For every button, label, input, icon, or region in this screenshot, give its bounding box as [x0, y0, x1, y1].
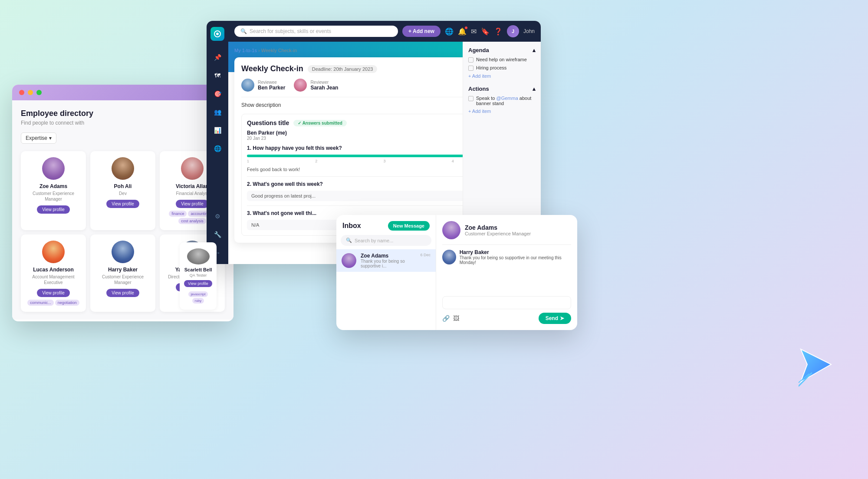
actions-section: Actions ▴ Speak to @Gemma about banner s…: [468, 86, 536, 114]
action-item-label-1: Speak to @Gemma about banner stand: [476, 96, 536, 106]
view-profile-victoria[interactable]: View profile: [176, 200, 209, 208]
view-profile-zoe[interactable]: View profile: [37, 205, 70, 214]
view-profile-harry[interactable]: View profile: [106, 289, 139, 297]
user-avatar[interactable]: J: [507, 25, 519, 37]
svg-point-1: [216, 33, 219, 35]
send-button[interactable]: Send ➤: [539, 313, 571, 324]
second-contact-row: Harry Baker Thank you for being so suppo…: [442, 249, 571, 265]
link-icon[interactable]: 🔗: [442, 315, 450, 322]
inbox-header: Inbox New Message: [336, 215, 436, 235]
directory-title: Employee directory: [21, 109, 225, 118]
directory-controls: Expertise ▾ 🔍: [21, 132, 225, 144]
questions-title: Questions title: [247, 119, 289, 126]
new-message-button[interactable]: New Message: [388, 221, 430, 231]
maximize-button[interactable]: [36, 90, 42, 95]
msg-contact-header: Zoe Adams Customer Experience Manager: [442, 221, 571, 239]
contact-role: Customer Experience Manager: [465, 231, 531, 236]
sidebar-icon-tools[interactable]: 🔧: [212, 229, 223, 240]
sidebar-icon-settings[interactable]: ⚙: [212, 211, 223, 221]
emp-name-victoria: Victoria Allan: [176, 183, 209, 189]
message-divider: [442, 244, 571, 245]
avatar-harry: [112, 241, 134, 263]
expertise-label: Expertise: [26, 135, 47, 141]
directory-subtitle: Find people to connect with: [21, 120, 225, 126]
close-button[interactable]: [19, 90, 24, 95]
sidebar-icon-pin[interactable]: 📌: [212, 52, 223, 63]
expertise-filter[interactable]: Expertise ▾: [21, 132, 56, 144]
send-arrow-icon: ➤: [560, 315, 564, 321]
notification-badge: [464, 26, 468, 30]
bookmark-icon[interactable]: 🔖: [481, 27, 490, 36]
search-bar[interactable]: 🔍 Search for subjects, skills or events: [234, 26, 398, 37]
msg-date-zoe: 6 Dec: [420, 253, 431, 257]
agenda-header: Agenda ▴: [468, 47, 536, 53]
agenda-item-label-1: Need help on wireframe: [476, 57, 527, 62]
search-icon: 🔍: [346, 238, 352, 243]
sidebar-icon-map[interactable]: 🗺: [212, 70, 223, 81]
action-checkbox-1[interactable]: [468, 96, 473, 101]
view-profile-scarlett[interactable]: View profile: [184, 280, 212, 287]
sidebar-icon-chart[interactable]: 📊: [212, 125, 223, 135]
sidebar-icon-target[interactable]: 🎯: [212, 89, 223, 99]
reviewee-avatar: [241, 79, 254, 92]
app-logo: [210, 27, 224, 41]
breadcrumb-parent[interactable]: My 1-to-1s: [234, 48, 257, 53]
avatar-victoria: [181, 157, 204, 180]
show-description-label[interactable]: Show description: [241, 102, 281, 108]
agenda-title: Agenda: [468, 47, 489, 53]
sidebar-icon-hierarchy[interactable]: 🌐: [212, 143, 223, 154]
employee-card-lucas: Lucas Anderson Account Management Execut…: [21, 235, 86, 312]
sidebar-icon-people[interactable]: 👥: [212, 107, 223, 117]
add-agenda-item[interactable]: + Add item: [468, 73, 536, 79]
notification-bell[interactable]: 🔔: [458, 27, 467, 36]
reviewee-info: Reviewee Ben Parker: [258, 80, 285, 91]
employee-card-poh: Poh Ali Dev View profile: [90, 151, 155, 230]
avatar-poh: [112, 157, 134, 180]
contact-name: Zoe Adams: [465, 224, 531, 231]
globe-icon[interactable]: 🌐: [445, 27, 454, 36]
scarlett-tags: javascript ruby: [183, 291, 213, 304]
minimize-button[interactable]: [28, 90, 33, 95]
agenda-checkbox-1[interactable]: [468, 57, 473, 63]
emp-role-zoe: Customer Experience Manager: [25, 191, 82, 202]
inbox-title: Inbox: [342, 222, 361, 230]
image-icon[interactable]: 🖼: [453, 315, 459, 322]
agenda-checkbox-2[interactable]: [468, 66, 473, 71]
emp-role-victoria: Financial Analyst: [176, 191, 208, 196]
reviewee-name: Ben Parker: [258, 85, 285, 91]
tag: communic...: [27, 300, 54, 306]
user-initial: J: [512, 29, 514, 34]
mail-icon[interactable]: ✉: [471, 27, 477, 36]
deadline-badge: Deadline: 20th January 2023: [308, 65, 378, 73]
tag: cost analysis: [178, 218, 206, 224]
second-contact-name: Harry Baker: [460, 249, 571, 255]
search-placeholder: Search for subjects, skills or events: [250, 28, 331, 34]
employee-card-harry: Harry Baker Customer Experience Manager …: [90, 235, 155, 312]
emp-name-poh: Poh Ali: [114, 183, 132, 189]
reviewer-info: Reviewer Sarah Jean: [310, 80, 338, 91]
gemma-link[interactable]: @Gemma: [496, 96, 518, 101]
employee-card-scarlett-partial: Scarlett Bell QA Tester View profile jav…: [180, 242, 217, 310]
view-profile-poh[interactable]: View profile: [106, 200, 139, 208]
message-item-zoe[interactable]: Zoe Adams Thank you for being so support…: [336, 249, 436, 272]
emp-name-lucas: Lucas Anderson: [33, 267, 74, 273]
actions-title: Actions: [468, 86, 489, 92]
msg-sender-zoe: Zoe Adams: [361, 253, 416, 259]
name-scarlett: Scarlett Bell: [184, 267, 212, 272]
add-new-label: + Add new: [408, 28, 434, 34]
agenda-item-2: Hiring process: [468, 65, 536, 71]
message-input[interactable]: [442, 296, 571, 309]
messaging-window: Inbox New Message 🔍 Search by name... Zo…: [336, 215, 577, 330]
add-action-item[interactable]: + Add item: [468, 109, 536, 114]
view-profile-lucas[interactable]: View profile: [37, 289, 70, 297]
emp-role-lucas: Account Management Executive: [25, 274, 82, 285]
second-contact-avatar: [442, 250, 456, 264]
emp-role-poh: Dev: [119, 191, 127, 196]
add-new-button[interactable]: + Add new: [402, 26, 441, 37]
inbox-search[interactable]: 🔍 Search by name...: [341, 235, 431, 246]
help-icon[interactable]: ❓: [494, 27, 503, 36]
respondent-name: Ben Parker (me): [247, 130, 287, 136]
lucas-tags: communic... negotiation: [27, 300, 79, 306]
emp-name-zoe: Zoe Adams: [39, 183, 67, 189]
emp-name-harry: Harry Baker: [108, 267, 138, 273]
